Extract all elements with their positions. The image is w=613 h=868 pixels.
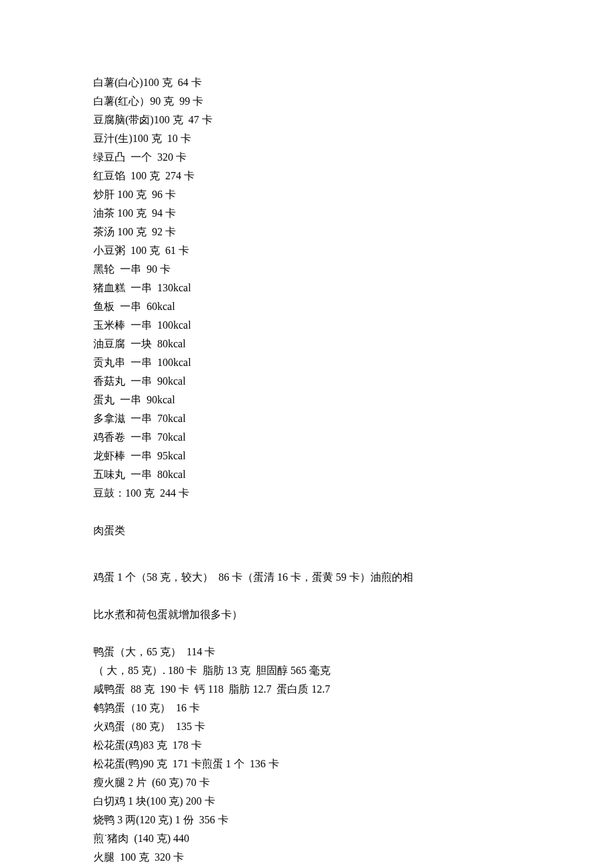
food-line: 香菇丸 一串 90kcal [93,372,520,391]
food-line: 猪血糕 一串 130kcal [93,279,520,297]
food-line: 豆鼓：100 克 244 卡 [93,484,520,503]
food-line: 蛋丸 一串 90kcal [93,391,520,409]
food-line: 鸡蛋 1 个（58 克，较大） 86 卡（蛋清 16 卡，蛋黄 59 卡）油煎的… [93,568,520,587]
food-line: 烧鸭 3 两(120 克) 1 份 356 卡 [93,811,520,829]
spacer [93,587,520,605]
section-2a: 鸡蛋 1 个（58 克，较大） 86 卡（蛋清 16 卡，蛋黄 59 卡）油煎的… [93,568,520,587]
section-3: 鸭蛋（大，65 克） 114 卡 （ 大，85 克）. 180 卡 脂肪 13 … [93,643,520,868]
food-line: 绿豆凸 一个 320 卡 [93,148,520,167]
food-line: 鸭蛋（大，65 克） 114 卡 [93,643,520,661]
spacer [93,559,520,568]
food-line: 红豆馅 100 克 274 卡 [93,167,520,185]
food-line: 多拿滋 一串 70kcal [93,409,520,428]
food-line: 鱼板 一串 60kcal [93,297,520,316]
food-line: 煎˙猪肉 (140 克) 440 [93,829,520,848]
spacer [93,540,520,559]
section-heading: 肉蛋类 [93,521,520,540]
spacer [93,624,520,643]
section-2b: 比水煮和荷包蛋就增加很多卡） [93,605,520,624]
food-line: 贡丸串 一串 100kcal [93,353,520,372]
food-line: 白薯(红心）90 克 99 卡 [93,92,520,111]
food-line: 黑轮 一串 90 卡 [93,260,520,279]
food-line: 油豆腐 一块 80kcal [93,335,520,353]
food-line: 豆腐脑(带卤)100 克 47 卡 [93,111,520,129]
food-line: 油茶 100 克 94 卡 [93,204,520,223]
food-line: 龙虾棒 一串 95kcal [93,447,520,465]
food-line: 小豆粥 100 克 61 卡 [93,241,520,260]
food-line: 豆汁(生)100 克 10 卡 [93,129,520,148]
food-line: 炒肝 100 克 96 卡 [93,185,520,204]
food-line: 茶汤 100 克 92 卡 [93,223,520,241]
food-line: 比水煮和荷包蛋就增加很多卡） [93,605,520,624]
section-1: 白薯(白心)100 克 64 卡 白薯(红心）90 克 99 卡 豆腐脑(带卤)… [93,73,520,503]
food-line: 咸鸭蛋 88 克 190 卡 钙 118 脂肪 12.7 蛋白质 12.7 [93,680,520,699]
food-line: 白切鸡 1 块(100 克) 200 卡 [93,792,520,811]
food-line: 鸡香卷 一串 70kcal [93,428,520,447]
food-line: 五味丸 一串 80kcal [93,465,520,484]
food-line: 玉米棒 一串 100kcal [93,316,520,335]
food-line: 鹌鹑蛋（10 克） 16 卡 [93,699,520,717]
food-line: 白薯(白心)100 克 64 卡 [93,73,520,92]
food-line: 火鸡蛋（80 克） 135 卡 [93,717,520,736]
food-line: 松花蛋(鸡)83 克 178 卡 [93,736,520,755]
food-line: 瘦火腿 2 片 (60 克) 70 卡 [93,773,520,792]
food-line: （ 大，85 克）. 180 卡 脂肪 13 克 胆固醇 565 毫克 [93,661,520,680]
food-line: 松花蛋(鸭)90 克 171 卡煎蛋 1 个 136 卡 [93,755,520,773]
spacer [93,503,520,521]
food-line: 火腿 100 克 320 卡 [93,848,520,867]
